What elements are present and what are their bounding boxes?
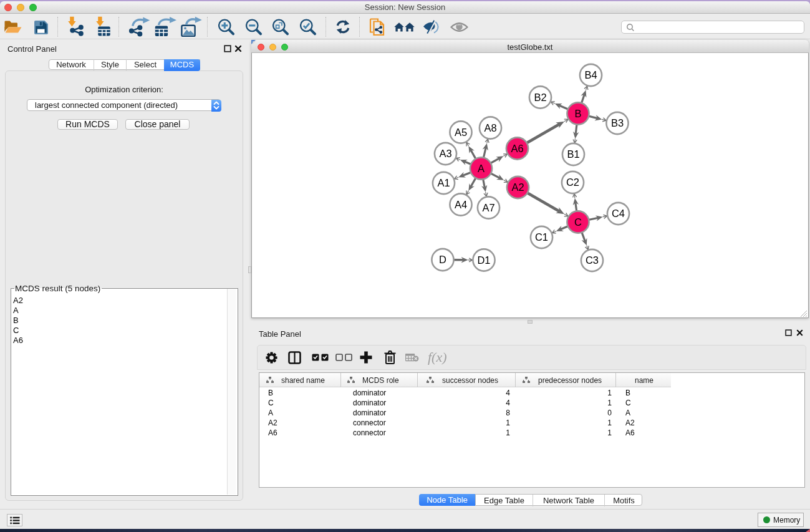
svg-text:B: B xyxy=(574,108,581,119)
svg-text:B2: B2 xyxy=(534,92,546,103)
svg-text:A1: A1 xyxy=(437,177,450,188)
svg-text:A7: A7 xyxy=(482,202,494,213)
svg-text:A4: A4 xyxy=(455,199,467,210)
svg-text:A: A xyxy=(478,163,485,174)
svg-text:A3: A3 xyxy=(439,148,451,159)
svg-text:D: D xyxy=(439,254,446,265)
svg-text:C2: C2 xyxy=(566,177,579,188)
svg-text:B4: B4 xyxy=(584,69,597,80)
svg-text:A8: A8 xyxy=(484,122,496,133)
svg-text:B1: B1 xyxy=(567,148,579,160)
svg-text:A6: A6 xyxy=(511,143,523,154)
svg-text:C3: C3 xyxy=(586,254,599,266)
svg-text:A2: A2 xyxy=(511,181,524,193)
svg-text:C4: C4 xyxy=(612,208,625,219)
svg-text:C1: C1 xyxy=(535,231,548,243)
svg-text:C: C xyxy=(574,216,582,228)
svg-text:A5: A5 xyxy=(455,127,467,138)
svg-text:B3: B3 xyxy=(611,117,624,128)
svg-text:D1: D1 xyxy=(477,254,490,266)
